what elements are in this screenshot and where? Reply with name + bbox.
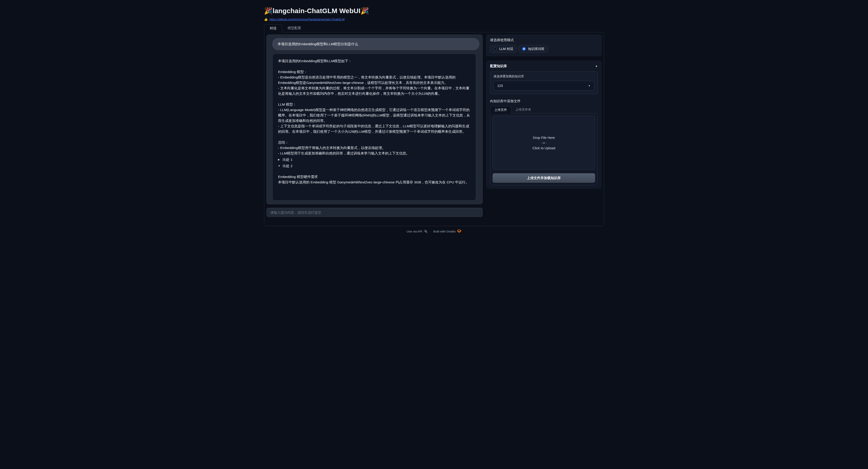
- source-1-toggle[interactable]: ▶ 出处 1: [278, 157, 470, 163]
- tab-chat[interactable]: 对话: [264, 24, 282, 32]
- kb-accordion-title: 配置知识库: [490, 64, 507, 68]
- thumbs-up-icon: 👍: [264, 18, 268, 21]
- use-via-api-label: Use via API: [407, 230, 423, 233]
- chatbot-area[interactable]: 本项目选用的Embedding模型和LLM模型分别是什么 本项目选用的Embed…: [267, 35, 483, 204]
- kb-accordion-header[interactable]: 配置知识库 ▼: [490, 64, 598, 68]
- chat-input[interactable]: [267, 208, 483, 217]
- bot-message: 本项目选用的Embedding模型和LLM模型如下： Embedding 模型：…: [272, 54, 476, 201]
- gradio-logo-icon: [457, 229, 461, 233]
- upload-and-load-kb-button[interactable]: 上传文件并加载知识库: [493, 173, 595, 183]
- mode-radio-group: LLM 对话 知识库问答: [490, 45, 598, 53]
- chat-input-row: [267, 208, 483, 217]
- caret-right-icon: ▶: [278, 157, 281, 163]
- mode-select-label: 请选择使用模式: [490, 38, 598, 42]
- built-with-gradio-label: Built with Gradio: [433, 230, 456, 233]
- page-title: 🎉langchain-ChatGLM WebUI🎉: [264, 7, 604, 15]
- plug-icon: 🔌: [424, 230, 428, 233]
- built-with-gradio-link[interactable]: Built with Gradio: [433, 229, 461, 233]
- kb-dropdown-value: 123: [497, 84, 503, 88]
- use-via-api-link[interactable]: Use via API 🔌: [407, 230, 428, 233]
- dropdown-caret-icon: ▼: [588, 85, 590, 87]
- chat-column: 本项目选用的Embedding模型和LLM模型分别是什么 本项目选用的Embed…: [267, 35, 483, 217]
- github-link[interactable]: https://github.com/imClumsyPanda/langcha…: [270, 18, 344, 21]
- source-2-label: 出处 2: [283, 163, 292, 169]
- radio-llm-chat-label: LLM 对话: [499, 47, 513, 51]
- tab-upload-folder[interactable]: 上传文件夹: [511, 106, 535, 113]
- mode-select-block: 请选择使用模式 LLM 对话 知识库问答: [486, 35, 601, 56]
- radio-unchecked-icon: [493, 47, 497, 51]
- app-container: 🎉langchain-ChatGLM WebUI🎉 👍 https://gith…: [260, 0, 608, 237]
- radio-knowledge-qa[interactable]: 知识库问答: [519, 45, 548, 53]
- kb-select-label: 请选择要加载的知识库: [493, 75, 594, 79]
- settings-column: 请选择使用模式 LLM 对话 知识库问答 配置知识库 ▼: [486, 35, 601, 217]
- dropzone-drop-text: Drop File Here: [533, 136, 555, 140]
- accordion-caret-down-icon: ▼: [595, 65, 598, 68]
- footer-separator: ·: [430, 230, 431, 233]
- github-link-row: 👍 https://github.com/imClumsyPanda/langc…: [264, 18, 604, 21]
- bot-message-text: 本项目选用的Embedding模型和LLM模型如下： Embedding 模型：…: [278, 58, 470, 156]
- dropzone-or-text: - or -: [541, 141, 547, 145]
- source-1-label: 出处 1: [283, 157, 292, 163]
- tab-upload-file[interactable]: 上传文件: [490, 106, 511, 114]
- source-2-toggle[interactable]: ▼ 出处 2: [278, 163, 470, 169]
- kb-dropdown[interactable]: 123 ▼: [493, 81, 594, 91]
- upload-file-panel: Drop File Here - or - Click to Upload 上传…: [490, 113, 598, 185]
- add-file-label: 向知识库中添加文件: [490, 99, 598, 104]
- caret-down-icon: ▼: [278, 163, 281, 169]
- radio-llm-chat[interactable]: LLM 对话: [490, 45, 517, 53]
- chat-tab-panel: 本项目选用的Embedding模型和LLM模型分别是什么 本项目选用的Embed…: [264, 32, 604, 226]
- dropzone-click-text: Click to Upload: [532, 146, 555, 150]
- source-2-content: Embedding 模型硬件需求 本项目中默认选用的 Embedding 模型 …: [278, 174, 470, 185]
- kb-config-accordion: 配置知识库 ▼ 请选择要加载的知识库 123 ▼ 向知识库中添加文件 上传文件 …: [486, 61, 601, 188]
- upload-tabs: 上传文件 上传文件夹: [490, 106, 598, 113]
- main-tabs: 对话 模型配置: [264, 24, 604, 32]
- kb-select-group: 请选择要加载的知识库 123 ▼: [490, 71, 598, 94]
- user-message: 本项目选用的Embedding模型和LLM模型分别是什么: [272, 38, 479, 50]
- radio-knowledge-qa-label: 知识库问答: [528, 47, 545, 51]
- radio-checked-icon: [522, 47, 526, 51]
- tab-model-config[interactable]: 模型配置: [282, 24, 307, 32]
- file-dropzone[interactable]: Drop File Here - or - Click to Upload: [493, 116, 595, 170]
- footer: Use via API 🔌 · Built with Gradio: [264, 229, 604, 237]
